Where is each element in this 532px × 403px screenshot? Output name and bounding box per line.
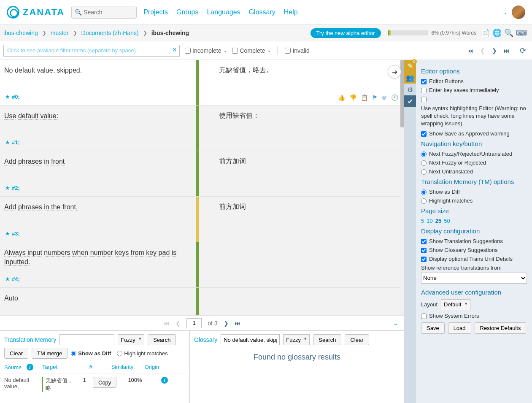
tm-fuzzy-select[interactable]: Fuzzy [118,334,144,345]
source-text: Add phrases in front [4,157,190,166]
history-icon[interactable]: 🕐 [391,94,398,101]
go-button[interactable]: ➔ [388,65,401,78]
vtab-validation[interactable]: ✔ [404,95,416,107]
tm-clear-button[interactable]: Clear [4,348,28,359]
vtab-settings[interactable]: ⚙ [404,84,416,95]
page-input[interactable] [186,318,202,328]
tm-highlight-radio[interactable]: Highlight matches [117,350,167,357]
restore-button[interactable]: Restore Defaults [475,322,527,334]
opt-syserr[interactable]: Show System Errors [421,313,527,319]
bookmark[interactable]: ★ #2; [5,185,20,191]
disp-trans-sugg[interactable]: Show Translation Suggestions [421,238,527,244]
thumbs-up-icon[interactable]: 👍 [338,94,345,101]
filter-incomplete[interactable]: Incomplete⌄ [185,47,227,54]
opt-syntax[interactable] [421,96,527,102]
document-icon[interactable]: 📄 [481,28,490,38]
glossary-input[interactable] [221,334,280,345]
tm-showdiff-radio[interactable]: Show as Diff [71,350,111,357]
translation-row[interactable]: Add phrases in front★ #2;前方加词 [0,151,404,197]
bookmark[interactable]: ★ #1; [5,139,20,146]
collapse-panel-icon[interactable]: ⌄ [393,319,398,327]
page-next[interactable]: ❯ [224,320,229,327]
ref-trans-select[interactable]: None [421,273,527,284]
page-prev[interactable]: ❮ [176,320,181,327]
bc-project[interactable]: ibus-chewing [3,30,38,36]
target-text[interactable]: 前方加词 [219,203,398,211]
tm-copy-button[interactable]: Copy [93,377,116,388]
nav-prev[interactable]: ❮ [480,47,485,54]
nav-opt-1[interactable]: Next Fuzzy/Rejected/Untranslated [421,151,527,157]
thumbs-down-icon[interactable]: 👎 [349,94,356,101]
target-text[interactable]: 无缺省值，略去。 [219,66,398,75]
target-text[interactable]: 前方加词 [219,157,398,166]
disp-trans-details[interactable]: Display optional Trans Unit Details [421,256,527,262]
ps-5[interactable]: 5 [421,218,424,224]
load-button[interactable]: Load [448,322,471,334]
cancel-icon[interactable]: ⊗ [382,94,387,101]
glossary-search-button[interactable]: Search [313,334,341,345]
vtab-notifications[interactable]: ✎0 [404,60,416,72]
vtab-users[interactable]: 👥 [404,72,416,84]
flag-icon[interactable]: ⚑ [372,94,378,101]
nav-opt-3[interactable]: Next Untranslated [421,168,527,175]
nav-last[interactable]: ⏭ [504,47,510,54]
translation-row[interactable]: Use default value:★ #1;使用缺省值： [0,105,404,151]
nav-help[interactable]: Help [284,8,298,16]
clear-filter-icon[interactable]: ✕ [172,46,177,53]
translation-row[interactable]: Always input numbers when number keys fr… [0,242,404,288]
translation-row[interactable]: No default value, skipped.★ #0;无缺省值，略去。➔… [0,60,404,105]
page-first[interactable]: ⏮ [164,320,170,327]
global-search[interactable]: 🔍 [71,6,137,19]
copy-down-icon[interactable]: 📋 [361,94,368,101]
nav-languages[interactable]: Languages [207,8,240,16]
tm-search-input[interactable] [59,334,114,345]
nav-next[interactable]: ❯ [492,47,497,54]
tm-search-button[interactable]: Search [148,334,176,345]
target-text[interactable]: 使用缺省值： [219,111,398,120]
info-icon[interactable]: i [27,364,33,371]
alpha-editor-button[interactable]: Try the new alpha editor [311,28,381,38]
save-button[interactable]: Save [421,322,445,334]
origin-info-icon[interactable]: i [161,377,168,384]
ps-10[interactable]: 10 [427,218,432,224]
bc-version[interactable]: master [51,30,69,36]
nav-groups[interactable]: Groups [176,8,198,16]
tm-opt-diff[interactable]: Show as Diff [421,189,527,195]
translation-row[interactable]: Add phrases in the front.★ #3;前方加词 [0,197,404,242]
opt-save-warning[interactable]: Show Save as Approved warning [421,130,527,137]
bookmark[interactable]: ★ #0; [5,94,20,100]
filter-complete[interactable]: Complete⌄ [232,47,271,54]
source-text: Add phrases in the front. [4,203,190,212]
tm-merge-button[interactable]: TM merge [32,348,68,359]
translation-row[interactable]: Auto★ #5; [0,288,404,315]
filter-input[interactable] [3,45,180,57]
logo[interactable]: ZANATA [7,6,65,19]
bc-docs[interactable]: Documents (zh-Hans) [81,30,139,36]
keyboard-icon[interactable]: ⌨ [516,28,527,38]
sp-advanced: Advanced user configuration [421,289,527,296]
page-last[interactable]: ⏭ [235,320,240,327]
disp-gloss-sugg[interactable]: Show Glossary Suggestions [421,247,527,253]
ps-25[interactable]: 25 [435,218,441,224]
bookmark[interactable]: ★ #3; [5,230,20,237]
glossary-clear-button[interactable]: Clear [345,334,369,345]
opt-enter-saves[interactable]: Enter key saves immediately [421,87,527,93]
bookmark[interactable]: ★ #4; [5,276,20,282]
ps-50[interactable]: 50 [444,218,450,224]
opt-editor-buttons[interactable]: Editor Buttons [421,78,527,84]
nav-first[interactable]: ⏮ [467,47,473,54]
search-doc-icon[interactable]: 🔍 [504,28,513,38]
glossary-fuzzy-select[interactable]: Fuzzy [283,334,310,345]
filter-invalid[interactable]: Invalid [285,47,309,54]
globe-icon[interactable]: 🌐 [492,28,502,38]
user-menu-caret[interactable]: ⌄ [503,9,508,15]
refresh-icon[interactable]: ⟳ [520,46,526,55]
tm-title: Translation Memory [4,336,56,343]
nav-projects[interactable]: Projects [143,8,168,16]
nav-glossary[interactable]: Glossary [249,8,275,16]
tm-opt-highlight[interactable]: Highlight matches [421,197,527,204]
nav-opt-2[interactable]: Next Fuzzy or Rejected [421,160,527,166]
layout-select[interactable]: Default [441,299,470,310]
search-icon: 🔍 [75,9,82,16]
avatar[interactable] [512,5,525,19]
